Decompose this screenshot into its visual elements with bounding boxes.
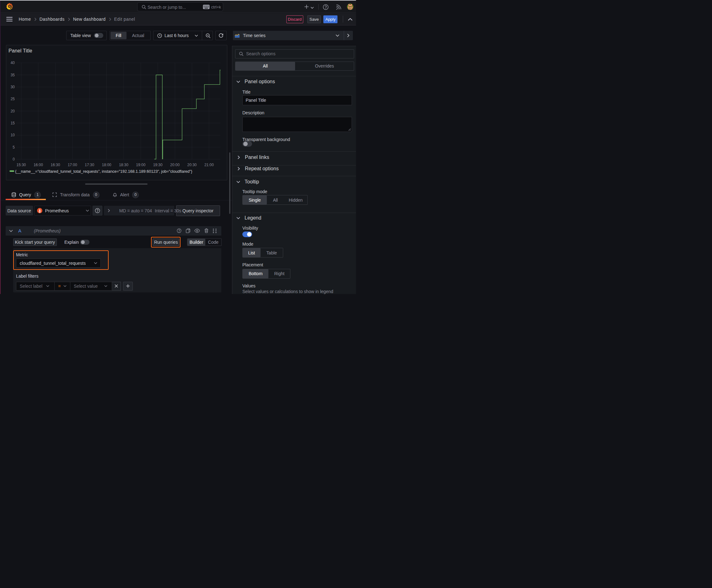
- svg-text:35: 35: [11, 73, 15, 77]
- svg-text:0: 0: [13, 157, 15, 162]
- svg-text:16:00: 16:00: [34, 163, 43, 167]
- svg-text:17:00: 17:00: [68, 163, 77, 167]
- svg-text:19:30: 19:30: [153, 163, 163, 167]
- svg-text:17:30: 17:30: [85, 163, 94, 167]
- svg-text:30: 30: [11, 85, 15, 89]
- svg-text:21:00: 21:00: [204, 163, 214, 167]
- svg-text:25: 25: [11, 97, 15, 101]
- svg-text:5: 5: [13, 145, 15, 149]
- svg-text:18:00: 18:00: [102, 163, 111, 167]
- svg-text:20:30: 20:30: [187, 163, 196, 167]
- svg-text:{__name__="cloudflared_tunnel_: {__name__="cloudflared_tunnel_total_requ…: [15, 169, 192, 174]
- svg-text:15:30: 15:30: [16, 163, 26, 167]
- svg-text:20: 20: [11, 109, 15, 113]
- svg-text:10: 10: [11, 133, 15, 137]
- svg-text:40: 40: [11, 61, 15, 65]
- svg-text:15: 15: [11, 121, 15, 125]
- svg-text:19:00: 19:00: [136, 163, 145, 167]
- svg-text:18:30: 18:30: [119, 163, 128, 167]
- svg-text:16:30: 16:30: [50, 163, 60, 167]
- svg-text:20:00: 20:00: [170, 163, 179, 167]
